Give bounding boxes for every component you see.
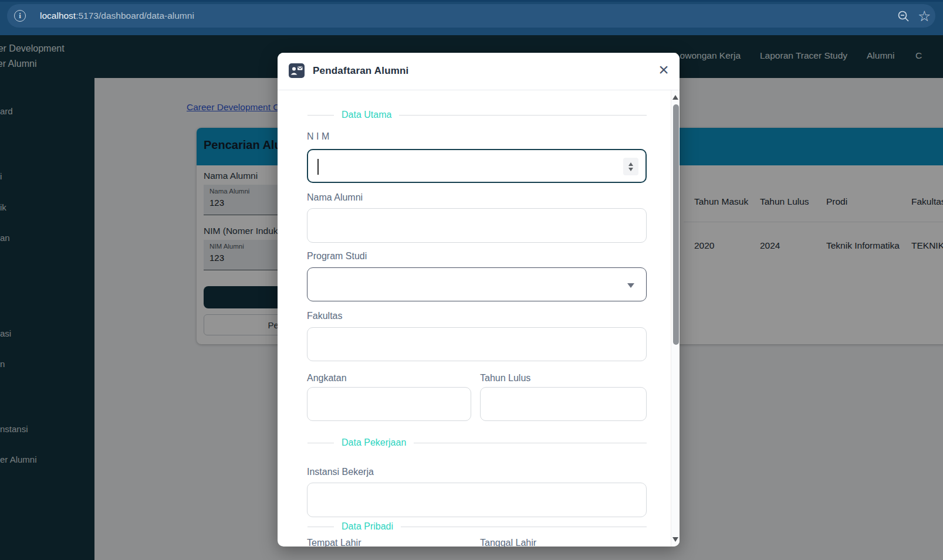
nim-field-label: N I M	[307, 131, 329, 142]
modal-title: Pendaftaran Alumni	[313, 65, 409, 77]
section-data-pekerjaan: Data Pekerjaan	[307, 437, 647, 449]
scrollbar-up-icon[interactable]	[672, 95, 678, 100]
bookmark-star-icon[interactable]: ☆	[918, 8, 931, 25]
section-data-utama-title: Data Utama	[342, 110, 391, 120]
spinner-up-icon[interactable]	[628, 162, 633, 166]
section-line-left	[307, 443, 334, 443]
scrollbar-down-icon[interactable]	[672, 537, 678, 542]
url-text[interactable]: localhost:5173/dashboard/data-alumni	[40, 11, 194, 21]
screen: i localhost:5173/dashboard/data-alumni ☆…	[0, 0, 943, 560]
tahun-lulus-text-input[interactable]	[480, 387, 647, 421]
scrollbar-thumb[interactable]	[673, 104, 679, 345]
nama-field-label: Nama Alumni	[307, 192, 363, 203]
site-info-icon[interactable]: i	[14, 10, 26, 22]
fakultas-text-input[interactable]	[307, 327, 647, 361]
prodi-field-label: Program Studi	[307, 251, 367, 262]
tahun-lulus-field-label: Tahun Lulus	[480, 373, 530, 383]
section-line-left	[307, 527, 334, 527]
modal-scrollbar[interactable]	[671, 90, 680, 547]
contact-card-icon	[289, 63, 305, 80]
instansi-field-label: Instansi Bekerja	[307, 467, 374, 477]
number-spinner[interactable]	[623, 158, 638, 175]
tanggal-lahir-field-label: Tanggal Lahir	[480, 538, 536, 547]
section-line-right	[399, 115, 647, 116]
section-data-pribadi-title: Data Pribadi	[342, 521, 393, 532]
spinner-down-icon[interactable]	[628, 168, 633, 171]
section-line-right	[401, 527, 647, 527]
prodi-select[interactable]	[307, 267, 647, 301]
angkatan-text-input[interactable]	[307, 387, 471, 421]
page: Career Development Center Alumni Lowonga…	[0, 35, 943, 560]
tempat-lahir-field-label: Tempat Lahir	[307, 538, 361, 547]
section-line-right	[414, 443, 647, 443]
text-cursor	[317, 159, 319, 175]
modal-header: Pendaftaran Alumni ×	[278, 53, 680, 90]
section-line-left	[307, 115, 334, 116]
nim-number-input[interactable]	[307, 149, 647, 183]
angkatan-field-label: Angkatan	[307, 373, 347, 383]
address-bar[interactable]: i localhost:5173/dashboard/data-alumni	[7, 4, 935, 28]
fakultas-field-label: Fakultas	[307, 311, 342, 321]
nama-text-input[interactable]	[307, 208, 647, 243]
browser-toolbar: i localhost:5173/dashboard/data-alumni ☆	[0, 0, 943, 35]
close-icon[interactable]: ×	[654, 56, 674, 83]
url-path: :5173/dashboard/data-alumni	[76, 11, 194, 21]
section-data-pekerjaan-title: Data Pekerjaan	[342, 437, 406, 448]
url-host: localhost	[40, 11, 76, 21]
pendaftaran-alumni-modal: Pendaftaran Alumni × Data Utama N I M Na…	[278, 53, 680, 547]
section-data-utama: Data Utama	[307, 109, 647, 121]
chevron-down-icon	[627, 283, 634, 288]
window-top-edge	[0, 0, 943, 2]
instansi-text-input[interactable]	[307, 483, 647, 517]
section-data-pribadi: Data Pribadi	[307, 521, 647, 532]
zoom-out-icon[interactable]	[897, 9, 911, 26]
